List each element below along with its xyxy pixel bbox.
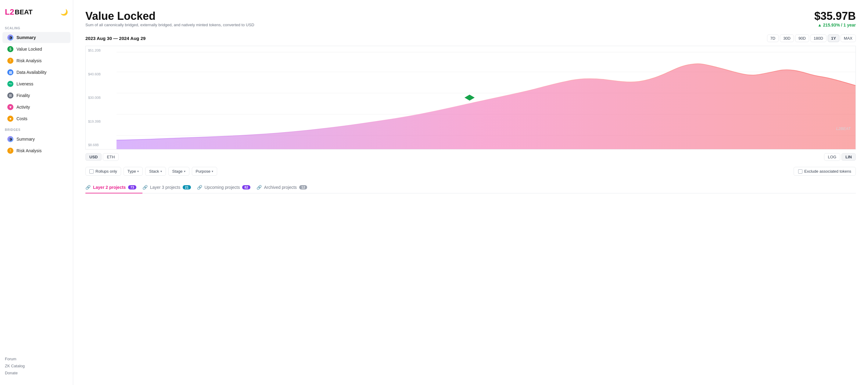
stack-filter[interactable]: Stack ▾ <box>145 167 166 176</box>
main-content: Value Locked Sum of all canonically brid… <box>73 0 868 385</box>
sidebar-item-finality[interactable]: ⊞ Finality <box>2 90 70 101</box>
sidebar-label-costs: Costs <box>17 116 27 121</box>
scale-btn-lin[interactable]: LIN <box>841 153 856 161</box>
chart-controls-bottom: USD ETH LOG LIN <box>85 153 856 161</box>
time-btn-1y[interactable]: 1Y <box>828 34 839 42</box>
type-chevron-icon: ▾ <box>137 170 139 173</box>
rollups-only-filter[interactable]: Rollups only <box>85 167 121 176</box>
finality-icon: ⊞ <box>7 92 13 98</box>
date-range: 2023 Aug 30 — 2024 Aug 29 <box>85 36 146 41</box>
stage-chevron-icon: ▾ <box>184 170 185 173</box>
scaling-section-label: SCALING <box>0 23 73 32</box>
exclude-tokens-label: Exclude associated tokens <box>804 169 851 174</box>
liveness-icon: 〜 <box>7 81 13 87</box>
sidebar-label-bridge-summary: Summary <box>17 137 35 142</box>
sidebar-item-bridge-risk[interactable]: ! Risk Analysis <box>2 145 70 156</box>
chart-container: $51.20B $40.60B $30.00B $19.39B $8.68B <box>85 46 856 149</box>
zk-catalog-link[interactable]: ZK Catalog <box>5 364 68 368</box>
dark-mode-icon[interactable]: 🌙 <box>60 8 68 16</box>
layer3-tab-badge: 21 <box>183 185 191 189</box>
sidebar-label-risk: Risk Analysis <box>17 58 41 63</box>
scale-btn-log[interactable]: LOG <box>824 153 840 161</box>
chart-controls-top: 2023 Aug 30 — 2024 Aug 29 7D 30D 90D 180… <box>85 34 856 42</box>
time-buttons: 7D 30D 90D 180D 1Y MAX <box>767 34 856 42</box>
tab-archived[interactable]: 🔗 Archived projects 12 <box>256 182 313 194</box>
sidebar-label-summary: Summary <box>17 35 36 40</box>
tab-layer2[interactable]: 🔗 Layer 2 projects 73 <box>85 182 143 194</box>
sidebar-item-activity[interactable]: ♥ Activity <box>2 101 70 113</box>
sidebar-label-finality: Finality <box>17 93 30 98</box>
exclude-tokens-checkbox[interactable] <box>798 169 802 174</box>
stack-label: Stack <box>149 169 159 174</box>
time-btn-90d[interactable]: 90D <box>795 34 809 42</box>
time-btn-7d[interactable]: 7D <box>767 34 779 42</box>
forum-link[interactable]: Forum <box>5 357 68 361</box>
type-label: Type <box>127 169 136 174</box>
stack-chevron-icon: ▾ <box>160 170 162 173</box>
filter-left: Rollups only Type ▾ Stack ▾ Stage ▾ Purp… <box>85 167 217 176</box>
donate-link[interactable]: Donate <box>5 371 68 375</box>
layer2-tab-label: Layer 2 projects <box>93 185 126 190</box>
sidebar-item-value-locked[interactable]: $ Value Locked <box>2 43 70 55</box>
stage-filter[interactable]: Stage ▾ <box>168 167 189 176</box>
total-value: $35.97B <box>814 10 856 23</box>
logo-l2: L2 <box>5 7 14 17</box>
sidebar-label-bridge-risk: Risk Analysis <box>17 148 41 153</box>
exclude-tokens-btn[interactable]: Exclude associated tokens <box>794 167 856 176</box>
bridge-summary-icon: ◑ <box>7 136 13 142</box>
layer3-tab-icon: 🔗 <box>143 185 148 190</box>
filter-row: Rollups only Type ▾ Stack ▾ Stage ▾ Purp… <box>85 167 856 176</box>
layer3-tab-label: Layer 3 projects <box>150 185 181 190</box>
sidebar-item-data-availability[interactable]: ▦ Data Availability <box>2 67 70 78</box>
sidebar: L2BEAT 🌙 SCALING ◑ Summary $ Value Locke… <box>0 0 73 385</box>
sidebar-logo: L2BEAT 🌙 <box>0 5 73 23</box>
bridge-risk-icon: ! <box>7 148 13 154</box>
page-header: Value Locked Sum of all canonically brid… <box>85 10 856 33</box>
sidebar-label-activity: Activity <box>17 105 30 110</box>
purpose-filter[interactable]: Purpose ▾ <box>192 167 217 176</box>
layer2-tab-icon: 🔗 <box>85 185 91 190</box>
sidebar-item-bridge-summary[interactable]: ◑ Summary <box>2 134 70 145</box>
currency-buttons: USD ETH <box>85 153 119 161</box>
tab-layer3[interactable]: 🔗 Layer 3 projects 21 <box>143 182 197 194</box>
archived-tab-icon: 🔗 <box>256 185 262 190</box>
upcoming-tab-label: Upcoming projects <box>205 185 240 190</box>
chart-svg <box>86 46 856 149</box>
sidebar-item-liveness[interactable]: 〜 Liveness <box>2 79 70 89</box>
sidebar-item-risk-analysis[interactable]: ! Risk Analysis <box>2 55 70 66</box>
rollups-only-label: Rollups only <box>95 169 117 174</box>
archived-tab-badge: 12 <box>299 185 307 189</box>
page-title: Value Locked <box>85 10 254 23</box>
sidebar-label-data: Data Availability <box>17 70 46 75</box>
y-label-5: $8.68B <box>88 143 101 147</box>
upcoming-tab-badge: 82 <box>242 185 250 189</box>
scale-buttons: LOG LIN <box>824 153 856 161</box>
costs-icon: ● <box>7 116 13 122</box>
sidebar-footer: Forum ZK Catalog Donate <box>0 352 73 380</box>
time-btn-180d[interactable]: 180D <box>810 34 827 42</box>
rollups-only-checkbox[interactable] <box>89 169 94 174</box>
purpose-chevron-icon: ▾ <box>212 170 213 173</box>
y-label-1: $51.20B <box>88 49 101 52</box>
total-change: ▲ 215.93% / 1 year <box>814 23 856 27</box>
page-subtitle: Sum of all canonically bridged, external… <box>85 23 254 27</box>
stage-label: Stage <box>172 169 183 174</box>
summary-icon: ◑ <box>7 34 13 40</box>
sidebar-item-summary[interactable]: ◑ Summary <box>2 32 70 43</box>
time-btn-30d[interactable]: 30D <box>780 34 794 42</box>
sidebar-label-liveness: Liveness <box>17 82 33 86</box>
header-left: Value Locked Sum of all canonically brid… <box>85 10 254 33</box>
sidebar-label-value-locked: Value Locked <box>17 47 42 52</box>
activity-icon: ♥ <box>7 104 13 110</box>
upcoming-tab-icon: 🔗 <box>197 185 202 190</box>
time-btn-max[interactable]: MAX <box>841 34 856 42</box>
chart-watermark: L2BEAT <box>836 126 850 131</box>
currency-btn-eth[interactable]: ETH <box>103 153 119 161</box>
type-filter[interactable]: Type ▾ <box>124 167 143 176</box>
layer2-tab-badge: 73 <box>128 185 136 189</box>
tab-upcoming[interactable]: 🔗 Upcoming projects 82 <box>197 182 256 194</box>
currency-btn-usd[interactable]: USD <box>85 153 101 161</box>
y-label-2: $40.60B <box>88 72 101 76</box>
data-icon: ▦ <box>7 69 13 76</box>
sidebar-item-costs[interactable]: ● Costs <box>2 113 70 124</box>
